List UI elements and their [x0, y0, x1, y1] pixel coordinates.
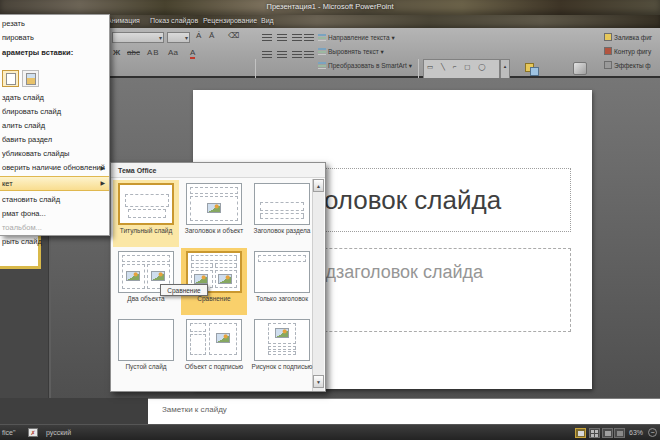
layout-title-only[interactable]: Только заголовок [249, 248, 315, 315]
change-case-button[interactable]: Аа [168, 48, 178, 57]
align-left-icon[interactable] [262, 51, 272, 59]
menu-item-publish-slides[interactable]: убликовать слайды [0, 147, 109, 161]
grow-font-button[interactable]: А́ [196, 31, 201, 40]
layout-content-with-caption[interactable]: Объект с подписью [181, 316, 247, 383]
menu-item-new-slide[interactable]: здать слайд [0, 91, 109, 105]
layout-thumbnail [186, 183, 242, 225]
layout-thumbnail [254, 183, 310, 225]
align-right-icon[interactable] [292, 51, 302, 59]
paste-keep-formatting-button[interactable] [2, 70, 19, 87]
text-direction-icon [318, 33, 326, 41]
layout-thumbnail [254, 319, 310, 361]
paste-picture-button[interactable] [22, 70, 39, 87]
align-center-icon[interactable] [277, 51, 287, 59]
font-name-combo[interactable] [112, 32, 164, 43]
layout-tooltip: Сравнение [160, 284, 208, 296]
shape-outline-button[interactable]: Контур фигу [604, 47, 651, 55]
layout-thumbnail [118, 319, 174, 361]
shape-fill-icon [604, 33, 612, 41]
context-menu: резать пировать араметры вставки: здать … [0, 14, 110, 236]
notes-pane[interactable]: Заметки к слайду [148, 398, 660, 424]
text-direction-button[interactable]: Направление текста ▾ [318, 33, 395, 42]
window-title: Презентация1 - Microsoft PowerPoint [0, 2, 660, 11]
tab-review[interactable]: Рецензирование [203, 17, 257, 24]
subtitle-placeholder-text: Подзаголовок слайда [303, 262, 483, 282]
font-color-button[interactable]: А [190, 48, 195, 59]
arrange-icon [524, 62, 540, 77]
layout-comparison[interactable]: Сравнение [181, 248, 247, 315]
increase-indent-icon[interactable] [304, 34, 314, 42]
menu-item-cut[interactable]: резать [0, 17, 109, 31]
slide-sorter-view-button[interactable] [589, 428, 600, 438]
layout-two-content[interactable]: Два объекта [113, 248, 179, 315]
quick-styles-icon [573, 62, 587, 75]
status-bar: fice" ✗ русский 63% − [0, 424, 660, 440]
menu-item-hide-slide[interactable]: рыть слайд [0, 235, 109, 249]
title-bar: Презентация1 - Microsoft PowerPoint [0, 0, 660, 15]
layout-thumbnail [186, 319, 242, 361]
shape-fill-button[interactable]: Заливка фиг [604, 33, 652, 41]
layout-gallery: Тема Office ▲ ▼ Титульный слайд Заголово… [110, 162, 326, 392]
layout-thumbnail [254, 251, 310, 293]
spellcheck-icon[interactable]: ✗ [28, 428, 38, 437]
font-size-combo[interactable] [167, 32, 190, 43]
layout-picture-with-caption[interactable]: Рисунок с подписью [249, 316, 315, 383]
menu-item-photo-album: тоальбом... [0, 221, 109, 235]
menu-item-layout[interactable]: кет▶ [0, 176, 109, 191]
notes-left-filler [0, 398, 148, 424]
theme-name-fragment: fice" [2, 429, 15, 436]
numbering-icon[interactable] [277, 34, 287, 42]
bullets-icon[interactable] [262, 34, 272, 42]
normal-view-button[interactable] [575, 428, 586, 438]
smartart-icon [318, 61, 326, 69]
align-text-button[interactable]: Выровнять текст ▾ [318, 47, 384, 56]
character-spacing-button[interactable]: АВ [147, 48, 160, 57]
bold-button[interactable]: Ж [113, 48, 120, 57]
language-indicator[interactable]: русский [46, 429, 71, 436]
zoom-level[interactable]: 63% [629, 429, 643, 436]
slideshow-view-button[interactable] [614, 428, 625, 438]
zoom-out-button[interactable]: − [648, 428, 657, 437]
submenu-arrow-icon: ▶ [100, 177, 105, 190]
paste-picture-icon [26, 73, 36, 85]
tab-animation[interactable]: Анимация [107, 17, 140, 24]
layout-gallery-header: Тема Office [111, 163, 325, 178]
menu-item-reset-slide[interactable]: становить слайд [0, 193, 109, 207]
layout-section-header[interactable]: Заголовок раздела [249, 180, 315, 247]
tab-slideshow[interactable]: Показ слайдов [150, 17, 198, 24]
layout-blank[interactable]: Пустой слайд [113, 316, 179, 383]
paste-icon [6, 73, 16, 85]
layout-title-slide[interactable]: Титульный слайд [113, 180, 179, 247]
shrink-font-button[interactable]: А̌ [209, 31, 214, 40]
convert-smartart-button[interactable]: Преобразовать в SmartArt ▾ [318, 61, 412, 70]
line-spacing-icon[interactable] [304, 51, 314, 59]
menu-paste-options-label: араметры вставки: [0, 46, 109, 60]
menu-item-format-background[interactable]: рмат фона... [0, 207, 109, 221]
menu-item-duplicate-slide[interactable]: блировать слайд [0, 105, 109, 119]
shape-outline-icon [604, 47, 612, 55]
align-text-icon [318, 47, 326, 55]
shape-effects-button[interactable]: Эффекты ф [604, 61, 651, 69]
menu-item-copy[interactable]: пировать [0, 31, 109, 45]
layout-thumbnail [118, 183, 174, 225]
powerpoint-window: Презентация1 - Microsoft PowerPoint Аним… [0, 0, 660, 440]
reading-view-button[interactable] [602, 428, 613, 438]
strikethrough-button[interactable]: abc [127, 48, 140, 57]
clear-formatting-button[interactable]: ⌫ [228, 31, 239, 40]
decrease-indent-icon[interactable] [292, 34, 302, 42]
menu-item-add-section[interactable]: бавить раздел [0, 133, 109, 147]
shape-effects-icon [604, 61, 612, 69]
tab-view[interactable]: Вид [261, 17, 274, 24]
menu-item-delete-slide[interactable]: алить слайд [0, 119, 109, 133]
layout-title-and-content[interactable]: Заголовок и объект [181, 180, 247, 247]
notes-placeholder-text: Заметки к слайду [162, 405, 227, 414]
submenu-arrow-icon: ▶ [100, 161, 105, 175]
menu-item-check-updates[interactable]: оверить наличие обновлений▶ [0, 161, 109, 175]
